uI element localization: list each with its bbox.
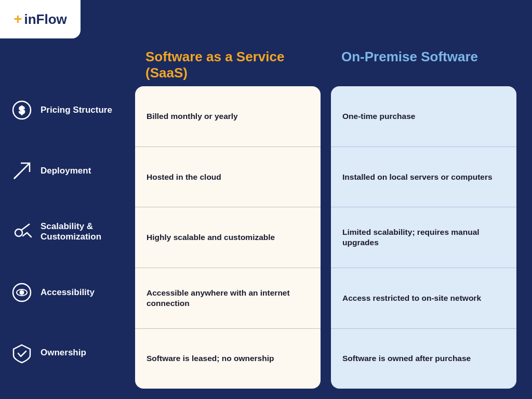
onprem-cell-1: Installed on local servers or computers	[331, 147, 516, 208]
category-deployment: Deployment	[10, 154, 130, 188]
logo-text: inFlow	[24, 11, 67, 28]
main-container: $ Pricing Structure Deployment	[0, 38, 532, 399]
saas-cell-0: Billed monthly or yearly	[135, 86, 321, 147]
category-accessibility: Accessibility	[10, 276, 130, 309]
pricing-label: Pricing Structure	[41, 105, 112, 115]
data-columns: Billed monthly or yearly Hosted in the c…	[130, 86, 516, 389]
saas-cell-2: Highly scalable and customizable	[135, 207, 321, 268]
saas-text-2: Highly scalable and customizable	[147, 232, 275, 243]
category-pricing: $ Pricing Structure	[10, 94, 130, 127]
accessibility-label: Accessibility	[41, 287, 95, 298]
svg-point-4	[15, 229, 22, 236]
saas-cell-1: Hosted in the cloud	[135, 147, 321, 208]
category-ownership: Ownership	[10, 337, 130, 370]
onprem-header-text: On-Premise Software	[341, 49, 506, 65]
saas-text-3: Accessible anywhere with an internet con…	[147, 288, 309, 309]
ownership-icon	[10, 342, 33, 365]
onprem-text-1: Installed on local servers or computers	[342, 172, 493, 182]
onprem-cell-4: Software is owned after purchase	[331, 329, 516, 389]
onprem-cell-3: Access restricted to on-site network	[331, 268, 516, 329]
saas-header: Software as a Service (SaaS)	[135, 49, 321, 81]
scalability-icon	[10, 220, 33, 243]
onprem-header: On-Premise Software	[331, 49, 516, 81]
onprem-text-0: One-time purchase	[342, 111, 415, 122]
onprem-text-3: Access restricted to on-site network	[342, 293, 481, 303]
onprem-text-4: Software is owned after purchase	[342, 353, 471, 364]
svg-text:$: $	[19, 104, 24, 116]
logo-icon: +	[14, 11, 22, 28]
saas-header-text: Software as a Service (SaaS)	[145, 49, 310, 81]
saas-text-0: Billed monthly or yearly	[147, 111, 238, 122]
svg-line-5	[21, 224, 30, 230]
ownership-label: Ownership	[41, 348, 86, 358]
saas-text-4: Software is leased; no ownership	[147, 353, 274, 364]
svg-point-8	[20, 290, 24, 294]
deployment-label: Deployment	[41, 166, 91, 176]
saas-column: Billed monthly or yearly Hosted in the c…	[135, 86, 321, 389]
onprem-cell-0: One-time purchase	[331, 86, 516, 147]
onprem-text-2: Limited scalability; requires manual upg…	[342, 227, 505, 248]
saas-cell-4: Software is leased; no ownership	[135, 329, 321, 389]
sidebar: $ Pricing Structure Deployment	[10, 49, 130, 389]
saas-cell-3: Accessible anywhere with an internet con…	[135, 268, 321, 329]
column-headers: Software as a Service (SaaS) On-Premise …	[130, 49, 516, 81]
deployment-icon	[10, 159, 33, 182]
saas-text-1: Hosted in the cloud	[147, 172, 221, 182]
category-scalability: Scalability & Customization	[10, 215, 130, 248]
scalability-label: Scalability & Customization	[41, 221, 130, 243]
onprem-column: One-time purchase Installed on local ser…	[331, 86, 516, 389]
columns-area: Software as a Service (SaaS) On-Premise …	[130, 49, 516, 389]
accessibility-icon	[10, 281, 33, 304]
pricing-icon: $	[10, 99, 33, 122]
onprem-cell-2: Limited scalability; requires manual upg…	[331, 207, 516, 268]
svg-line-3	[14, 174, 19, 179]
logo-container: + inFlow	[0, 0, 81, 38]
